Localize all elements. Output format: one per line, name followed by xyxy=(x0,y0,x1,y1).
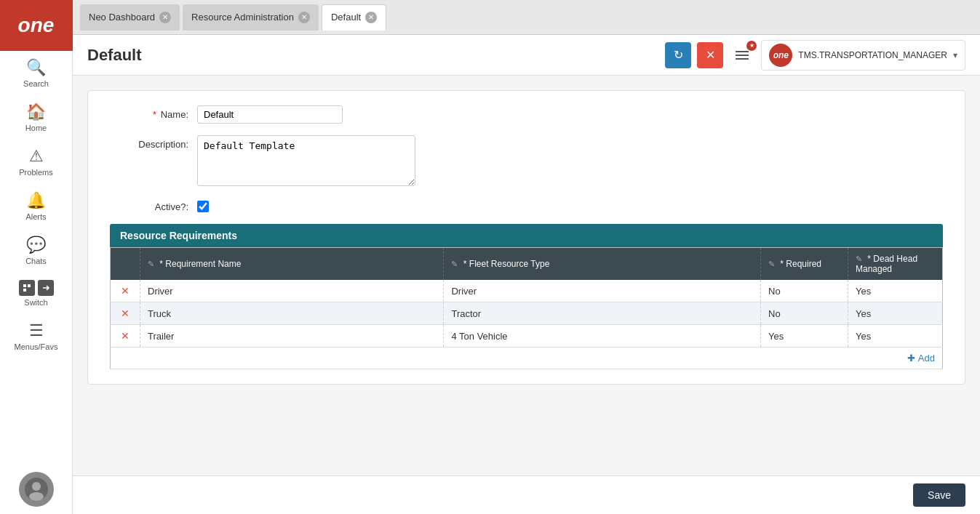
active-row: Active?: xyxy=(110,198,943,212)
user-badge[interactable]: one TMS.TRANSPORTATION_MANAGER ▾ xyxy=(761,40,965,71)
sidebar-label-alerts: Alerts xyxy=(25,212,46,221)
sidebar-item-problems[interactable]: ⚠ Problems xyxy=(0,140,72,184)
sidebar-label-home: Home xyxy=(25,124,47,132)
table-row: ✕ Truck Tractor No Yes xyxy=(111,302,943,325)
plus-icon: ✚ xyxy=(907,353,915,364)
table-header-row: ✎ * Requirement Name ✎ * Fleet Resource … xyxy=(111,248,943,281)
name-row: * Name: xyxy=(110,105,943,124)
app-logo[interactable]: one xyxy=(0,0,73,51)
add-row: ✚ Add xyxy=(111,348,943,369)
chats-icon: 💬 xyxy=(26,236,46,254)
delete-row-button[interactable]: ✕ xyxy=(118,285,132,297)
dead-head-cell: Yes xyxy=(848,280,943,302)
delete-cell: ✕ xyxy=(111,280,140,302)
tab-default[interactable]: Default ✕ xyxy=(322,4,386,31)
svg-point-5 xyxy=(29,492,44,501)
close-page-button[interactable]: ✕ xyxy=(697,42,723,68)
active-label: Active?: xyxy=(110,198,197,212)
notification-badge: ★ xyxy=(746,41,757,51)
dead-head-cell: Yes xyxy=(848,302,943,325)
page-title: Default xyxy=(87,46,665,65)
svg-rect-2 xyxy=(23,289,26,292)
table-section: Resource Requirements ✎ * Requirement Na… xyxy=(110,224,943,369)
sidebar-label-problems: Problems xyxy=(19,168,52,177)
edit-icon-dh: ✎ xyxy=(856,254,862,263)
col-req-name-header: ✎ * Requirement Name xyxy=(140,248,444,281)
delete-row-button[interactable]: ✕ xyxy=(118,330,132,342)
tab-resource-admin[interactable]: Resource Administration ✕ xyxy=(183,4,319,31)
page-footer: Save xyxy=(73,475,980,514)
table-header-bar: Resource Requirements xyxy=(110,224,943,247)
delete-cell: ✕ xyxy=(111,325,140,348)
sidebar-item-home[interactable]: 🏠 Home xyxy=(0,95,72,140)
chevron-down-icon: ▾ xyxy=(953,50,957,60)
problems-icon: ⚠ xyxy=(29,147,44,166)
sidebar-label-chats: Chats xyxy=(25,257,47,265)
name-label: * Name: xyxy=(110,105,197,120)
save-button[interactable]: Save xyxy=(913,483,965,507)
add-link[interactable]: ✚ Add xyxy=(907,353,935,364)
tab-default-label: Default xyxy=(331,12,361,23)
sidebar-item-menus[interactable]: ☰ Menus/Favs xyxy=(0,314,72,358)
svg-rect-0 xyxy=(23,284,26,287)
user-logo: one xyxy=(769,44,792,67)
table-row: ✕ Driver Driver No Yes xyxy=(111,280,943,302)
search-icon: 🔍 xyxy=(26,58,46,77)
sidebar-item-alerts[interactable]: 🔔 Alerts xyxy=(0,184,72,228)
req-name-cell: Driver xyxy=(140,280,444,302)
refresh-button[interactable]: ↻ xyxy=(665,42,691,68)
user-logo-text: one xyxy=(773,50,789,60)
logo-text: one xyxy=(18,14,55,37)
add-label: Add xyxy=(918,353,935,364)
tab-resource-admin-label: Resource Administration xyxy=(191,12,294,23)
col-required-header: ✎ * Required xyxy=(761,248,848,281)
user-avatar[interactable] xyxy=(19,472,54,507)
sidebar-item-search[interactable]: 🔍 Search xyxy=(0,51,72,95)
menus-icon: ☰ xyxy=(29,321,44,340)
sidebar: one 🔍 Search 🏠 Home ⚠ Problems 🔔 Alerts … xyxy=(0,0,73,514)
tab-neo-dashboard[interactable]: Neo Dashboard ✕ xyxy=(80,4,180,31)
fleet-type-cell: Driver xyxy=(444,280,761,302)
required-cell: Yes xyxy=(761,325,848,348)
description-label: Description: xyxy=(110,135,197,150)
description-textarea[interactable]: Default Template xyxy=(197,135,415,186)
fleet-type-cell: Tractor xyxy=(444,302,761,325)
tab-default-close[interactable]: ✕ xyxy=(365,12,377,23)
sidebar-bottom xyxy=(19,472,54,514)
switch-icon-right xyxy=(38,280,54,296)
sidebar-label-menus: Menus/Favs xyxy=(15,342,58,351)
edit-icon-req: ✎ xyxy=(148,260,154,268)
name-input[interactable] xyxy=(197,105,343,124)
req-name-cell: Trailer xyxy=(140,325,444,348)
table-row: ✕ Trailer 4 Ton Vehicle Yes Yes xyxy=(111,325,943,348)
sidebar-item-chats[interactable]: 💬 Chats xyxy=(0,228,72,273)
svg-rect-1 xyxy=(28,284,31,287)
sidebar-item-switch[interactable]: Switch xyxy=(0,273,72,314)
col-dead-head-header: ✎ * Dead Head Managed xyxy=(848,248,943,281)
add-cell: ✚ Add xyxy=(111,348,943,369)
delete-cell: ✕ xyxy=(111,302,140,325)
edit-icon-fleet: ✎ xyxy=(451,260,458,268)
hamburger-icon xyxy=(736,51,749,60)
tab-neo-dashboard-label: Neo Dashboard xyxy=(89,12,155,23)
header-actions: ↻ ✕ ★ one TMS.TRANSPORTATION_MANAGER ▾ xyxy=(665,40,965,71)
name-required-star: * xyxy=(153,109,156,120)
col-fleet-type-header: ✎ * Fleet Resource Type xyxy=(444,248,761,281)
home-icon: 🏠 xyxy=(26,103,46,121)
col-delete-header xyxy=(111,248,140,281)
active-checkbox[interactable] xyxy=(197,201,209,212)
required-cell: No xyxy=(761,280,848,302)
required-cell: No xyxy=(761,302,848,325)
tab-neo-dashboard-close[interactable]: ✕ xyxy=(159,12,171,23)
resource-table: ✎ * Requirement Name ✎ * Fleet Resource … xyxy=(110,247,943,369)
fleet-type-cell: 4 Ton Vehicle xyxy=(444,325,761,348)
switch-icon-left xyxy=(19,280,35,296)
delete-row-button[interactable]: ✕ xyxy=(118,308,132,319)
tab-resource-admin-close[interactable]: ✕ xyxy=(298,12,310,23)
description-row: Description: Default Template xyxy=(110,135,943,186)
content-area: * Name: Description: Default Template Ac… xyxy=(73,76,980,475)
user-name: TMS.TRANSPORTATION_MANAGER xyxy=(798,50,947,60)
main-area: Neo Dashboard ✕ Resource Administration … xyxy=(73,0,980,514)
tab-bar: Neo Dashboard ✕ Resource Administration … xyxy=(73,0,980,35)
menu-button[interactable]: ★ xyxy=(729,42,755,68)
